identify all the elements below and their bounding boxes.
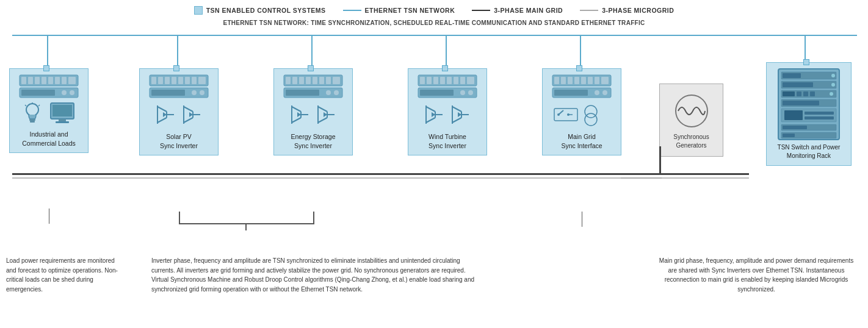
monitor-icon [49,102,75,125]
svg-line-63 [292,118,301,123]
svg-rect-20 [52,105,72,116]
tsn-connector-energy [308,65,314,71]
switch-transformer-icon [551,99,612,130]
bracket-line-horizontal [179,223,314,224]
svg-point-122 [831,74,835,77]
svg-rect-50 [292,77,297,84]
svg-rect-52 [306,77,311,84]
svg-point-117 [585,113,597,126]
svg-rect-121 [783,73,801,78]
sync-generator-label: SynchronousGenerators [673,133,709,150]
svg-rect-49 [286,77,291,84]
legend-tsn-label: TSN ENABLED CONTROL SYSTEMS [206,7,326,14]
solar-pv-component: Solar PVSync Inverter [139,68,219,155]
desc-maingrid: Main grid phase, frequency, amplitude an… [656,256,857,294]
svg-line-87 [426,107,435,112]
rack-icon-maingrid [551,74,612,99]
inverter-icon-energy [289,99,338,130]
energy-storage-label: Energy StorageSync Inverter [291,132,336,150]
svg-rect-127 [783,91,795,96]
svg-rect-8 [68,77,76,84]
sync-gen-to-maingrid-line [621,173,662,175]
svg-point-125 [831,83,835,87]
svg-rect-75 [427,77,432,84]
vline-solar [177,35,178,68]
svg-rect-80 [460,77,465,84]
legend-3phase-micro-label: 3-PHASE MICROGRID [602,7,674,14]
svg-rect-74 [420,77,425,84]
svg-rect-53 [313,77,317,84]
svg-rect-106 [601,77,609,84]
rack-icon-industrial [18,74,79,99]
svg-point-12 [70,90,74,95]
svg-rect-55 [326,77,331,84]
svg-point-113 [557,113,560,116]
svg-rect-31 [198,77,206,84]
svg-rect-77 [440,77,445,84]
svg-rect-24 [151,77,156,84]
vline-energy [311,35,313,68]
svg-rect-22 [56,121,69,123]
legend-ethernet: ETHERNET TSN NETWORK [343,7,455,14]
svg-rect-26 [165,77,170,84]
rack-full-icon [775,68,842,141]
svg-point-110 [602,90,607,95]
svg-rect-137 [805,116,834,119]
svg-line-37 [157,107,167,112]
svg-rect-1 [21,77,26,84]
svg-rect-129 [803,91,808,96]
svg-point-35 [200,90,204,95]
bracket-center-line [245,223,247,230]
vline-maingrid-desc [582,212,582,227]
svg-rect-104 [588,77,593,84]
svg-rect-25 [158,77,163,84]
svg-rect-100 [561,77,566,84]
tsn-network-label: ETHERNET TSN NETWORK: TIME SYNCHRONIZATI… [0,20,868,26]
svg-rect-51 [299,77,304,84]
legend-box-icon [194,6,203,15]
legend-tsn-control: TSN ENABLED CONTROL SYSTEMS [194,6,326,15]
load-icons [23,102,75,125]
svg-rect-139 [783,126,807,129]
energy-storage-component: Energy StorageSync Inverter [273,68,353,155]
svg-line-68 [318,118,327,123]
svg-rect-102 [574,77,579,84]
industrial-loads-label: Industrial andCommercial Loads [22,130,76,148]
lightbulb-icon [23,102,42,125]
legend-3phase-main-line [472,10,490,12]
svg-rect-7 [62,77,67,84]
rack-icon-wind [417,74,478,99]
tsn-connector-solar [173,65,179,71]
svg-point-109 [595,90,599,95]
svg-line-43 [184,118,193,123]
svg-point-13 [26,104,38,116]
rack-label: TSN Switch and PowerMonitoring Rack [778,143,841,160]
vline-wind [446,35,447,68]
sync-gen-to-maingrid-line2 [621,177,662,179]
svg-line-67 [318,107,327,112]
bracket-line-bottom-solar [179,212,180,224]
svg-rect-10 [21,90,55,96]
rack-icon-energy [283,74,344,99]
legend-3phase-micro-line [580,10,598,12]
svg-rect-108 [554,90,588,96]
svg-rect-28 [178,77,183,84]
svg-rect-78 [447,77,452,84]
svg-line-92 [452,107,461,112]
rack-component: TSN Switch and PowerMonitoring Rack [766,62,852,166]
bracket-line-bottom-energy [313,212,314,224]
svg-line-38 [157,118,167,123]
legend-ethernet-line [343,10,361,12]
svg-rect-2 [28,77,33,84]
svg-point-118 [676,95,707,127]
tsn-connector-maingrid [576,65,582,71]
svg-rect-135 [784,110,803,120]
vline-syncgen-h [659,146,661,174]
rack-icon-solar [148,74,209,99]
svg-rect-101 [568,77,573,84]
vline-maingrid [580,35,581,68]
svg-line-88 [426,118,435,123]
svg-line-17 [25,105,26,106]
svg-point-59 [326,90,331,95]
svg-rect-33 [151,90,185,96]
